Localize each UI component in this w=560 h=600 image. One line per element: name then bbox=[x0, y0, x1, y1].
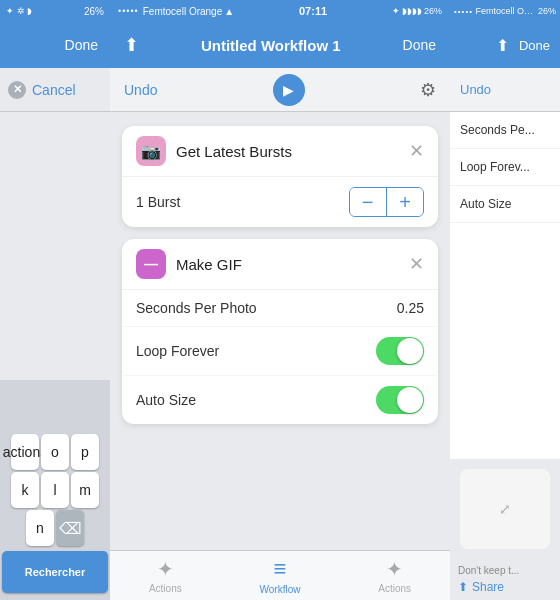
right-battery: 26% bbox=[538, 6, 556, 16]
tab-actions-left[interactable]: ✦ Actions bbox=[149, 557, 182, 594]
right-toolbar: Undo bbox=[450, 68, 560, 112]
right-list: Seconds Pe... Loop Forev... Auto Size bbox=[450, 112, 560, 459]
share-button[interactable]: ⬆ bbox=[124, 34, 139, 56]
left-battery: 26% bbox=[84, 6, 104, 17]
burst-count-label: 1 Burst bbox=[136, 194, 180, 210]
right-undo[interactable]: Undo bbox=[460, 82, 491, 97]
seconds-per-photo-label: Seconds Per Photo bbox=[136, 300, 257, 316]
loop-forever-knob bbox=[397, 338, 423, 364]
key-row-1: actions o p bbox=[2, 434, 108, 470]
loop-forever-toggle[interactable] bbox=[376, 337, 424, 365]
workflow-icon: ≡ bbox=[274, 556, 287, 582]
auto-size-label: Auto Size bbox=[136, 392, 196, 408]
stepper-minus[interactable]: − bbox=[350, 188, 386, 216]
seconds-per-photo-row[interactable]: Seconds Per Photo 0.25 bbox=[122, 290, 438, 327]
mid-toolbar: Undo ▶ ⚙ bbox=[110, 68, 450, 112]
left-done-button[interactable]: Done bbox=[65, 37, 98, 53]
right-dots: ••••• bbox=[454, 7, 473, 16]
actions-right-icon: ✦ bbox=[386, 557, 403, 581]
right-done-nav[interactable]: Done bbox=[519, 38, 550, 53]
key-rows: actions o p k l m n ⌫ Rechercher bbox=[0, 430, 110, 600]
left-scroll-area bbox=[0, 112, 110, 380]
gif-card-icon: — bbox=[136, 249, 166, 279]
rechercher-button[interactable]: Rechercher bbox=[2, 551, 108, 593]
actions-left-label: Actions bbox=[149, 583, 182, 594]
left-nav-bar: Done bbox=[0, 22, 110, 68]
burst-card-icon: 📷 bbox=[136, 136, 166, 166]
cancel-label[interactable]: Cancel bbox=[32, 82, 76, 98]
mid-nav-bar: ⬆ Untitled Workflow 1 Done bbox=[110, 22, 450, 68]
key-l[interactable]: l bbox=[41, 472, 69, 508]
auto-size-toggle[interactable] bbox=[376, 386, 424, 414]
key-p[interactable]: p bbox=[71, 434, 99, 470]
key-o[interactable]: o bbox=[41, 434, 69, 470]
undo-button[interactable]: Undo bbox=[124, 82, 157, 98]
left-panel: ✦ ✲ ◗ 26% Done ✕ Cancel actions o p k l … bbox=[0, 0, 110, 600]
share-icon-right: ⬆ bbox=[458, 580, 468, 594]
gif-header-left: — Make GIF bbox=[136, 249, 242, 279]
gif-card-close[interactable]: ✕ bbox=[409, 253, 424, 275]
burst-stepper: − + bbox=[349, 187, 425, 217]
share-button-right[interactable]: ⬆ Share bbox=[458, 580, 552, 594]
right-share-area: Don't keep t... ⬆ Share bbox=[450, 559, 560, 600]
done-button[interactable]: Done bbox=[403, 37, 436, 53]
mid-signal-right: ◗◗◗◗ bbox=[402, 6, 422, 16]
seconds-per-photo-value: 0.25 bbox=[397, 300, 424, 316]
expand-icon[interactable]: ⤢ bbox=[499, 501, 511, 517]
tab-workflow[interactable]: ≡ Workflow bbox=[260, 556, 301, 595]
workflow-title: Untitled Workflow 1 bbox=[139, 37, 403, 54]
mid-bluetooth-icon: ✦ bbox=[392, 6, 400, 16]
left-status-icons: ✦ ✲ ◗ bbox=[6, 6, 32, 16]
keyboard-area: actions o p k l m n ⌫ Rechercher bbox=[0, 380, 110, 600]
burst-count-row: 1 Burst − + bbox=[122, 177, 438, 227]
card-header-left: 📷 Get Latest Bursts bbox=[136, 136, 292, 166]
right-list-item-1[interactable]: Loop Forev... bbox=[450, 149, 560, 186]
mid-status-bar: ••••• Femtocell Orange ▲ 07:11 ✦ ◗◗◗◗ 26… bbox=[110, 0, 450, 22]
loop-forever-label: Loop Forever bbox=[136, 343, 219, 359]
get-latest-bursts-header: 📷 Get Latest Bursts ✕ bbox=[122, 126, 438, 177]
tab-actions-right[interactable]: ✦ Actions bbox=[378, 557, 411, 594]
mid-signal-dots: ••••• bbox=[118, 6, 139, 16]
mid-time: 07:11 bbox=[299, 5, 327, 17]
gear-button[interactable]: ⚙ bbox=[420, 79, 436, 101]
auto-size-row: Auto Size bbox=[122, 376, 438, 424]
mid-tab-bar: ✦ Actions ≡ Workflow ✦ Actions bbox=[110, 550, 450, 600]
mid-carrier: Femtocell Orange bbox=[143, 6, 222, 17]
mid-panel: ••••• Femtocell Orange ▲ 07:11 ✦ ◗◗◗◗ 26… bbox=[110, 0, 450, 600]
right-list-item-0[interactable]: Seconds Pe... bbox=[450, 112, 560, 149]
auto-size-knob bbox=[397, 387, 423, 413]
right-share-nav[interactable]: ⬆ bbox=[496, 36, 509, 55]
cancel-x-icon[interactable]: ✕ bbox=[8, 81, 26, 99]
key-k[interactable]: k bbox=[11, 472, 39, 508]
mid-content: 📷 Get Latest Bursts ✕ 1 Burst − + — Make… bbox=[110, 112, 450, 550]
key-i[interactable]: actions bbox=[11, 434, 39, 470]
workflow-label: Workflow bbox=[260, 584, 301, 595]
right-carrier: Femtocell Orange bbox=[476, 6, 536, 16]
left-status-bar: ✦ ✲ ◗ 26% bbox=[0, 0, 110, 22]
make-gif-header: — Make GIF ✕ bbox=[122, 239, 438, 290]
play-button[interactable]: ▶ bbox=[273, 74, 305, 106]
actions-left-icon: ✦ bbox=[157, 557, 174, 581]
key-row-3: n ⌫ bbox=[2, 510, 108, 546]
right-panel: ••••• Femtocell Orange 26% ⬆ Done Undo S… bbox=[450, 0, 560, 600]
stepper-plus[interactable]: + bbox=[387, 188, 423, 216]
key-m[interactable]: m bbox=[71, 472, 99, 508]
rechercher-row: Rechercher bbox=[2, 548, 108, 596]
key-row-2: k l m bbox=[2, 472, 108, 508]
right-preview: ⤢ bbox=[460, 469, 550, 549]
dont-keep-text: Don't keep t... bbox=[458, 565, 552, 576]
delete-key[interactable]: ⌫ bbox=[56, 510, 84, 546]
right-list-item-2[interactable]: Auto Size bbox=[450, 186, 560, 223]
make-gif-card: — Make GIF ✕ Seconds Per Photo 0.25 Loop… bbox=[122, 239, 438, 424]
burst-card-title: Get Latest Bursts bbox=[176, 143, 292, 160]
left-cancel-bar: ✕ Cancel bbox=[0, 68, 110, 112]
mid-battery: 26% bbox=[424, 6, 442, 16]
right-status-bar: ••••• Femtocell Orange 26% bbox=[450, 0, 560, 22]
loop-forever-row: Loop Forever bbox=[122, 327, 438, 376]
burst-card-close[interactable]: ✕ bbox=[409, 140, 424, 162]
share-label-right: Share bbox=[472, 580, 504, 594]
get-latest-bursts-card: 📷 Get Latest Bursts ✕ 1 Burst − + bbox=[122, 126, 438, 227]
gif-card-title: Make GIF bbox=[176, 256, 242, 273]
right-nav-bar: ⬆ Done bbox=[450, 22, 560, 68]
key-n[interactable]: n bbox=[26, 510, 54, 546]
